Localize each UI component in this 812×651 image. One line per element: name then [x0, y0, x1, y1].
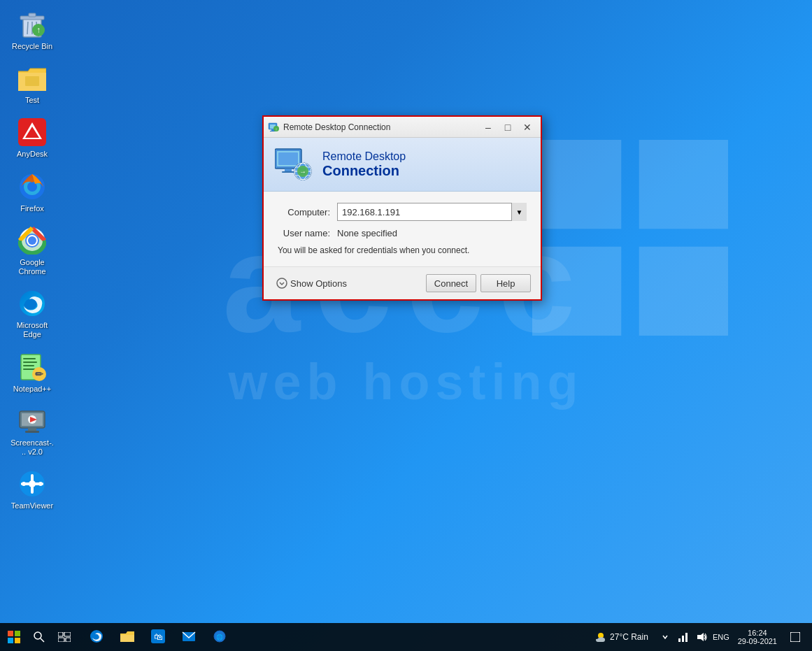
svg-rect-80	[685, 633, 688, 642]
help-button[interactable]: Help	[480, 274, 531, 292]
notification-button[interactable]	[784, 623, 806, 651]
desktop-icon-firefox[interactable]: Firefox	[7, 169, 57, 216]
google-chrome-icon	[17, 226, 47, 255]
svg-rect-33	[28, 428, 36, 431]
svg-point-39	[22, 482, 26, 486]
username-field: User name: None specified	[278, 228, 527, 238]
dialog-title-line1: Remote Desktop	[322, 150, 406, 163]
tray-volume-button[interactable]	[693, 629, 710, 645]
tray-time: 16:24	[748, 629, 767, 637]
desktop-icon-anydesk[interactable]: AnyDesk	[7, 115, 57, 162]
svg-text:✏: ✏	[35, 369, 44, 380]
search-icon	[34, 631, 45, 643]
svg-text:🛍: 🛍	[154, 631, 163, 642]
svg-rect-49	[278, 152, 298, 165]
username-value: None specified	[337, 228, 397, 238]
svg-rect-26	[23, 362, 37, 363]
taskbar-explorer-button[interactable]	[112, 623, 143, 651]
svg-rect-0	[532, 140, 621, 229]
svg-line-7	[27, 22, 28, 34]
close-button[interactable]: ✕	[518, 120, 536, 135]
tray-language-text[interactable]: ENG	[711, 629, 731, 645]
taskbar-mail-button[interactable]	[173, 623, 204, 651]
tray-clock[interactable]: 16:24 29-09-2021	[734, 629, 781, 645]
svg-point-65	[34, 632, 41, 639]
teamviewer-label: TeamViewer	[11, 501, 53, 510]
tray-chevron-button[interactable]	[657, 629, 674, 645]
minimize-button[interactable]: –	[479, 120, 497, 135]
dialog-titlebar: ↑ Remote Desktop Connection – □ ✕	[264, 117, 541, 138]
svg-rect-50	[285, 169, 292, 171]
screencast-icon	[17, 406, 47, 436]
taskbar-explorer-icon	[120, 629, 134, 643]
svg-rect-3	[639, 247, 728, 336]
show-options-icon	[276, 278, 287, 289]
svg-rect-25	[23, 358, 36, 359]
svg-point-38	[29, 480, 36, 487]
svg-text:→: →	[299, 168, 306, 176]
desktop-icon-microsoft-edge[interactable]: Microsoft Edge	[7, 286, 57, 342]
svg-text:↑: ↑	[36, 25, 41, 35]
svg-rect-12	[25, 76, 39, 86]
desktop-icon-test[interactable]: Test	[7, 61, 57, 108]
firefox-label: Firefox	[20, 204, 44, 213]
taskbar-mail-icon	[182, 629, 196, 643]
svg-rect-1	[639, 140, 728, 229]
svg-rect-27	[23, 365, 34, 366]
dialog-header-title: Remote Desktop Connection	[322, 150, 406, 179]
desktop-icon-teamviewer[interactable]: TeamViewer	[7, 466, 57, 513]
tray-weather[interactable]: 27°C Rain	[589, 631, 654, 643]
svg-rect-82	[790, 632, 800, 642]
taskbar-apps: 🛍 🌐	[78, 623, 589, 651]
test-icon	[17, 64, 47, 93]
maximize-button[interactable]: □	[499, 120, 517, 135]
start-icon	[8, 631, 20, 643]
desktop-icon-recycle-bin[interactable]: ↑ Recycle Bin	[7, 7, 57, 54]
dialog-header: → Remote Desktop Connection	[264, 138, 541, 192]
show-options-button[interactable]: Show Options	[273, 276, 350, 290]
svg-text:🌐: 🌐	[216, 634, 223, 641]
start-button[interactable]	[0, 623, 28, 651]
computer-input[interactable]	[337, 203, 527, 221]
svg-point-40	[38, 482, 43, 486]
dialog-title-line2: Connection	[322, 163, 406, 179]
notepadpp-icon: ✏	[17, 352, 47, 382]
svg-rect-69	[58, 638, 64, 642]
desktop-watermark: accc web hosting	[0, 0, 812, 623]
taskbar-edge-button[interactable]	[81, 623, 112, 651]
tray-chevron-icon	[662, 634, 669, 641]
computer-field: Computer: ▼	[278, 203, 527, 221]
task-view-button[interactable]	[50, 623, 78, 651]
svg-rect-51	[282, 171, 294, 173]
username-label: User name:	[278, 228, 337, 238]
desktop-icon-notepadpp[interactable]: ✏ Notepad++	[7, 350, 57, 396]
taskbar-store-button[interactable]: 🛍	[143, 623, 173, 651]
show-options-label: Show Options	[290, 278, 347, 289]
desktop-icon-google-chrome[interactable]: Google Chrome	[7, 223, 57, 279]
svg-point-60	[277, 278, 287, 288]
svg-rect-62	[15, 631, 20, 636]
tray-volume-icon	[696, 631, 707, 643]
svg-rect-6	[29, 13, 36, 17]
connect-button[interactable]: Connect	[426, 274, 476, 292]
taskbar-store-icon: 🛍	[151, 629, 165, 643]
computer-dropdown-arrow[interactable]: ▼	[511, 203, 527, 221]
anydesk-icon	[17, 117, 47, 147]
desktop-icon-screencast[interactable]: Screencast-... v2.0	[7, 403, 57, 459]
notification-icon	[790, 632, 800, 642]
tray-network-button[interactable]	[675, 629, 692, 645]
svg-rect-79	[682, 636, 684, 642]
svg-rect-70	[66, 638, 71, 642]
svg-rect-67	[58, 632, 63, 636]
taskbar-lang-button[interactable]: 🌐	[204, 623, 235, 651]
svg-line-66	[41, 638, 44, 642]
anydesk-label: AnyDesk	[17, 150, 48, 159]
recycle-bin-label: Recycle Bin	[12, 42, 52, 51]
desktop-icons: ↑ Recycle Bin Test AnyDesk	[7, 7, 57, 513]
taskbar-edge-icon	[90, 629, 104, 643]
computer-label: Computer:	[278, 207, 337, 217]
svg-marker-81	[697, 633, 704, 641]
credentials-info: You will be asked for credentials when y…	[278, 245, 527, 255]
search-button[interactable]	[28, 623, 50, 651]
svg-text:↑: ↑	[276, 127, 278, 131]
